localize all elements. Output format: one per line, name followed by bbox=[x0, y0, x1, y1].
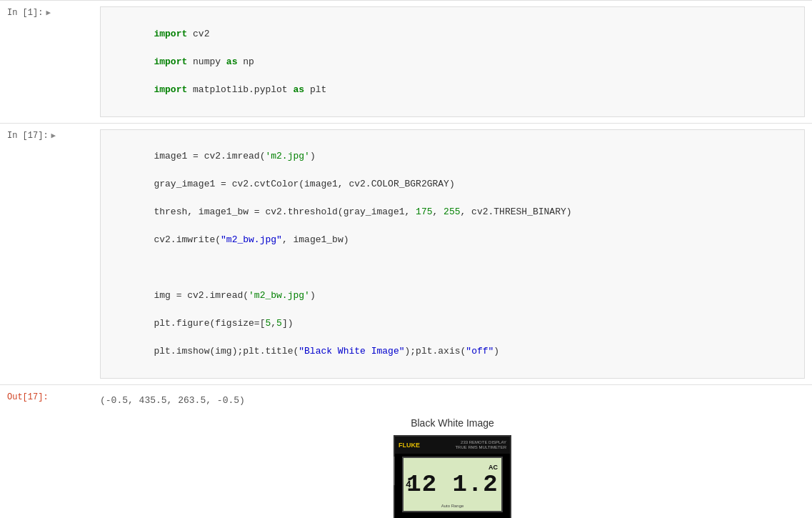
notebook: In [1]: ▶ import cv2 import numpy as np … bbox=[0, 0, 812, 518]
plain: matplotlib.pyplot bbox=[187, 84, 293, 95]
plain: , image1_bw) bbox=[282, 234, 349, 245]
plain: cv2.imwrite( bbox=[154, 234, 221, 245]
plain: ) bbox=[310, 151, 316, 161]
cell-17-out-label-area: Out[17]: bbox=[0, 385, 93, 518]
str2: "m2_bw.jpg" bbox=[221, 234, 282, 245]
plain: cv2 bbox=[187, 29, 209, 39]
kw-import1: import bbox=[154, 29, 187, 39]
plain: plt bbox=[304, 84, 326, 95]
cell-1-in-label: In [1]: bbox=[7, 8, 43, 18]
meter-unit: AC bbox=[488, 464, 498, 471]
out-value: (-0.5, 435.5, 263.5, -0.5) bbox=[100, 395, 245, 406]
plain: ) bbox=[310, 290, 316, 301]
cell-1-input[interactable]: import cv2 import numpy as np import mat… bbox=[100, 6, 805, 117]
plain: ]) bbox=[282, 318, 294, 329]
meter-screen: 4 12 1.2 AC Auto Range bbox=[402, 457, 503, 512]
cell-17-run-btn[interactable]: ▶ bbox=[51, 131, 56, 140]
plain: , cv2.THRESH_BINARY) bbox=[461, 206, 572, 217]
kw-as1: as bbox=[226, 56, 238, 67]
plain: np bbox=[237, 56, 254, 67]
cell-17-label: In [17]: ▶ bbox=[0, 124, 93, 385]
str3: 'm2_bw.jpg' bbox=[249, 290, 310, 301]
str1: 'm2.jpg' bbox=[265, 151, 309, 161]
plain: gray_image1 = cv2.cvtColor(image1, cv2.C… bbox=[154, 179, 454, 189]
plot-image-area: FLUKE 233 REMOTE DISPLAYTRUE RMS MULTIME… bbox=[100, 432, 805, 518]
num4: 5 bbox=[276, 318, 282, 329]
meter-digits: 12 1.2 bbox=[406, 471, 498, 498]
cell-17-input[interactable]: image1 = cv2.imread('m2.jpg') gray_image… bbox=[100, 129, 805, 379]
cell-17-in-label: In [17]: bbox=[7, 131, 49, 141]
cell-1-run-btn[interactable]: ▶ bbox=[46, 8, 51, 17]
meter-autorange: Auto Range bbox=[441, 504, 464, 508]
cell-17-out-label: Out[17]: bbox=[7, 392, 49, 402]
meter-edge-line bbox=[394, 457, 395, 485]
plot-title: Black White Image bbox=[100, 412, 805, 432]
kw-import3: import bbox=[154, 84, 187, 95]
meter-image: FLUKE 233 REMOTE DISPLAYTRUE RMS MULTIME… bbox=[394, 435, 511, 518]
cell-1-body: import cv2 import numpy as np import mat… bbox=[93, 1, 812, 123]
cell-17: In [17]: ▶ image1 = cv2.imread('m2.jpg')… bbox=[0, 123, 812, 385]
cell-1: In [1]: ▶ import cv2 import numpy as np … bbox=[0, 0, 812, 123]
plain: thresh, image1_bw = cv2.threshold(gray_i… bbox=[154, 206, 416, 217]
plain: img = cv2.imread( bbox=[154, 290, 249, 301]
plain: , bbox=[433, 206, 444, 217]
cell-17-output: (-0.5, 435.5, 263.5, -0.5) bbox=[100, 391, 805, 412]
meter-left-sym: 4 bbox=[406, 479, 411, 489]
cell-17-body: image1 = cv2.imread('m2.jpg') gray_image… bbox=[93, 124, 812, 385]
cell-1-label: In [1]: ▶ bbox=[0, 1, 93, 123]
plain: plt.figure(figsize=[ bbox=[154, 318, 265, 329]
kw-as2: as bbox=[293, 84, 304, 95]
plain: plt.imshow(img);plt.title( bbox=[154, 346, 299, 357]
meter-model: 233 REMOTE DISPLAYTRUE RMS MULTIMETER bbox=[455, 440, 506, 450]
cell-17-out-body: (-0.5, 435.5, 263.5, -0.5) Black White I… bbox=[93, 385, 812, 518]
str5: "off" bbox=[466, 346, 493, 357]
str4: "Black White Image" bbox=[299, 346, 404, 357]
plain: numpy bbox=[187, 56, 226, 67]
kw-import2: import bbox=[154, 56, 187, 67]
meter-logo: FLUKE bbox=[399, 442, 420, 449]
num1: 175 bbox=[416, 206, 432, 217]
cell-17-out: Out[17]: (-0.5, 435.5, 263.5, -0.5) Blac… bbox=[0, 384, 812, 518]
plain: , bbox=[271, 318, 276, 329]
num2: 255 bbox=[443, 206, 460, 217]
plain: ) bbox=[493, 346, 499, 357]
plain: );plt.axis( bbox=[405, 346, 466, 357]
plain: image1 = cv2.imread( bbox=[154, 151, 265, 161]
